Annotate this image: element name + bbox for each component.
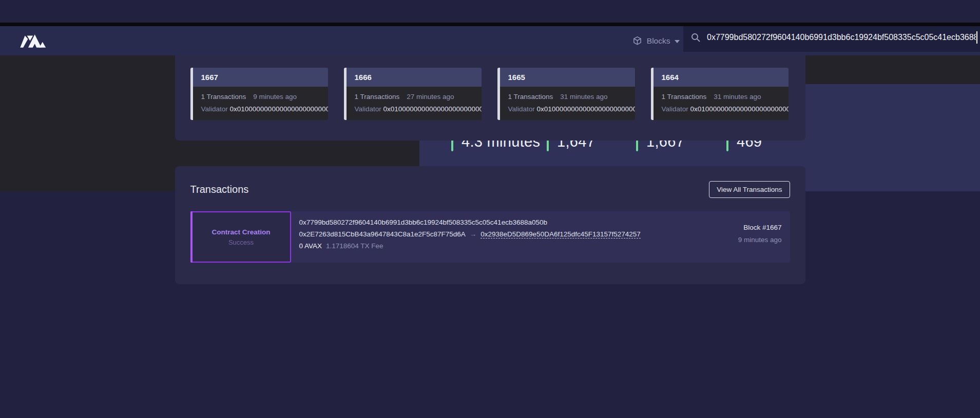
block-number[interactable]: 1664	[662, 73, 679, 82]
validator-label: Validator	[201, 105, 228, 113]
transaction-status-badge: Contract Creation Success	[190, 211, 291, 263]
validator-address: 0x010000000000000000000000...	[383, 105, 482, 113]
transactions-section: Transactions View All Transactions Contr…	[175, 166, 805, 284]
transaction-details: 0x7799bd580272f9604140b6991d3bb6c19924bf…	[291, 211, 738, 263]
search-icon	[690, 32, 701, 43]
block-tx-count: 1 Transactions	[355, 93, 400, 101]
arrow-right-icon: →	[470, 230, 477, 238]
block-number[interactable]: 1667	[201, 73, 218, 82]
block-age: 9 minutes ago	[253, 93, 297, 101]
nav-blocks-label: Blocks	[647, 36, 670, 46]
block-card[interactable]: 1666 1 Transactions27 minutes ago Valida…	[344, 68, 482, 120]
block-number[interactable]: 1666	[355, 73, 372, 82]
navbar: Blocks Transactions Accounts	[0, 23, 980, 55]
transaction-amount: 0 AVAX	[299, 242, 322, 250]
validator-address: 0x010000000000000000000000...	[690, 105, 789, 113]
block-tx-count: 1 Transactions	[662, 93, 707, 101]
validator-address: 0x010000000000000000000000...	[230, 105, 328, 113]
validator-label: Validator	[508, 105, 535, 113]
search-input[interactable]	[707, 33, 976, 42]
block-card[interactable]: 1665 1 Transactions31 minutes ago Valida…	[497, 68, 635, 120]
transaction-row[interactable]: Contract Creation Success 0x7799bd580272…	[190, 211, 790, 263]
chevron-down-icon	[675, 40, 680, 43]
transaction-meta: Block #1667 9 minutes ago	[738, 211, 790, 263]
block-age: 31 minutes ago	[714, 93, 761, 101]
transaction-list: Contract Creation Success 0x7799bd580272…	[175, 211, 805, 263]
text-caret	[976, 31, 977, 44]
block-tx-count: 1 Transactions	[201, 93, 246, 101]
transaction-result: Success	[228, 238, 254, 246]
block-age: 31 minutes ago	[560, 93, 607, 101]
transactions-section-title: Transactions	[190, 184, 249, 195]
validator-address: 0x010000000000000000000000...	[537, 105, 635, 113]
top-strip	[0, 23, 980, 26]
cube-icon	[632, 36, 642, 46]
transaction-fee: 1.1718604 TX Fee	[326, 242, 383, 250]
validator-label: Validator	[355, 105, 381, 113]
block-card-list: 1667 1 Transactions9 minutes ago Validat…	[175, 68, 805, 120]
transaction-block-link[interactable]: Block #1667	[738, 224, 782, 231]
nav-blocks[interactable]: Blocks	[632, 36, 680, 46]
view-all-transactions-button[interactable]: View All Transactions	[709, 181, 790, 198]
avalanche-logo[interactable]	[19, 33, 49, 49]
transaction-type: Contract Creation	[212, 228, 270, 236]
block-card[interactable]: 1664 1 Transactions31 minutes ago Valida…	[651, 68, 789, 120]
page: Blocks Transactions Accounts	[0, 23, 980, 418]
transaction-age: 9 minutes ago	[738, 236, 782, 244]
block-number[interactable]: 1665	[508, 73, 525, 82]
search-bar[interactable]	[683, 23, 980, 52]
transaction-to-address[interactable]: 0x2938eD5D869e50DA6f125dfc45F13157f52742…	[481, 230, 641, 238]
block-age: 27 minutes ago	[407, 93, 454, 101]
transaction-from-address[interactable]: 0x2E7263d815CbB43a9647843C8a1e2F5c87F75d…	[299, 230, 466, 238]
transaction-hash[interactable]: 0x7799bd580272f9604140b6991d3bb6c19924bf…	[299, 218, 738, 226]
block-tx-count: 1 Transactions	[508, 93, 553, 101]
validator-label: Validator	[662, 105, 688, 113]
block-card[interactable]: 1667 1 Transactions9 minutes ago Validat…	[190, 68, 328, 120]
